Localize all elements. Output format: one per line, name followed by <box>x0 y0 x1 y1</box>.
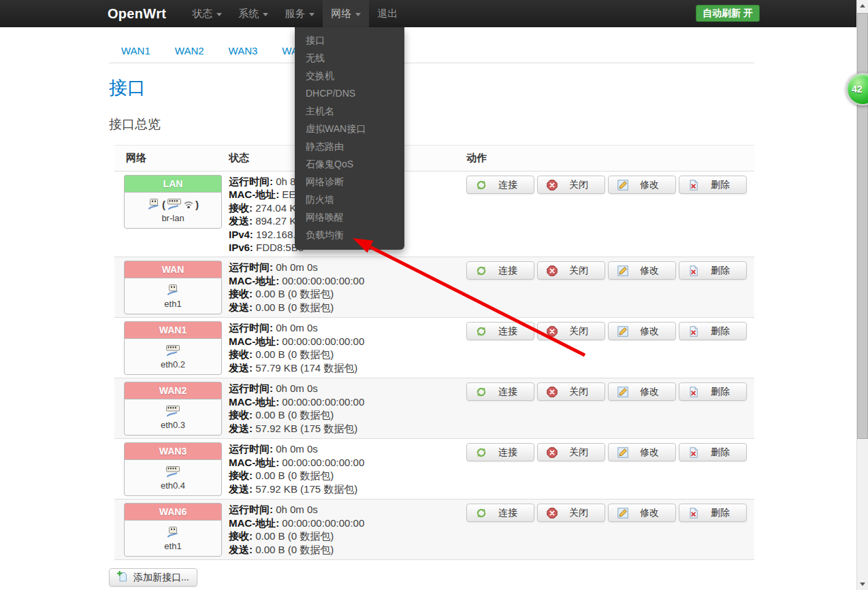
dropdown-item-virtual-wan[interactable]: 虚拟WAN接口 <box>295 120 404 137</box>
interface-device-label: eth1 <box>126 541 220 551</box>
nav-item-status[interactable]: 状态 <box>184 0 230 27</box>
status-line: 运行时间: 0h 0m 0s <box>229 442 462 455</box>
status-line: 运行时间: 0h 0m 0s <box>229 321 462 334</box>
interface-device-label: eth0.4 <box>126 480 220 491</box>
stop-icon <box>547 265 558 276</box>
connect-button[interactable]: 连接 <box>466 443 534 461</box>
dropdown-item-diagnostics[interactable]: 网络诊断 <box>295 173 404 191</box>
interface-card: WAN2 eth0.3 <box>124 382 222 436</box>
add-page-icon <box>117 571 128 584</box>
status-line: 发送: 0.00 B (0 数据包) <box>229 543 462 556</box>
interface-name-badge: WAN <box>124 261 222 278</box>
status-line: MAC-地址: 00:00:00:00:00:00 <box>229 335 462 348</box>
delete-icon <box>688 180 699 191</box>
delete-button[interactable]: 删除 <box>679 176 747 194</box>
interface-device-label: eth1 <box>126 299 220 309</box>
shutdown-button[interactable]: 关闭 <box>537 382 605 401</box>
column-header-actions: 动作 <box>462 152 754 165</box>
auto-refresh-toggle[interactable]: 自动刷新 开 <box>696 5 760 22</box>
edit-button[interactable]: 修改 <box>608 504 676 522</box>
dropdown-item-hostnames[interactable]: 主机名 <box>295 102 404 120</box>
status-line: 接收: 0.00 B (0 数据包) <box>229 348 462 361</box>
stop-icon <box>547 508 558 519</box>
interface-status: 运行时间: 0h 0m 0sMAC-地址: 00:00:00:00:00:00接… <box>229 321 462 375</box>
shutdown-button[interactable]: 关闭 <box>537 504 605 522</box>
interface-name-badge: WAN1 <box>124 321 222 338</box>
ethernet-port-icon <box>166 527 180 538</box>
dropdown-item-firewall[interactable]: 防火墙 <box>295 191 404 208</box>
edit-icon <box>617 508 628 519</box>
connect-button[interactable]: 连接 <box>466 504 534 522</box>
delete-button[interactable]: 删除 <box>679 261 747 280</box>
connect-button[interactable]: 连接 <box>466 382 534 401</box>
delete-button[interactable]: 删除 <box>679 382 747 401</box>
tab-wan1[interactable]: WAN1 <box>109 39 163 63</box>
table-row: WAN2 eth0.3 运行时间: 0h 0m 0sMAC-地址: 00:00:… <box>114 378 754 438</box>
nav-item-label: 退出 <box>377 7 398 19</box>
delete-button[interactable]: 删除 <box>679 504 747 522</box>
page-subtitle: 接口总览 <box>109 116 754 133</box>
interface-icons <box>126 282 220 297</box>
connect-button[interactable]: 连接 <box>466 176 534 194</box>
edit-button[interactable]: 修改 <box>608 443 676 461</box>
connect-button[interactable]: 连接 <box>466 261 534 280</box>
floating-counter-value: 42 <box>852 84 863 95</box>
interface-name: WAN3 <box>159 446 187 457</box>
dropdown-item-static-routes[interactable]: 静态路由 <box>295 137 404 155</box>
status-line: 发送: 0.00 B (0 数据包) <box>229 301 462 314</box>
shutdown-button[interactable]: 关闭 <box>537 443 605 461</box>
page-title: 接口 <box>109 76 754 100</box>
navbar-menu: 状态系统服务网络退出 <box>184 0 406 27</box>
dropdown-item-dhcp-dns[interactable]: DHCP/DNS <box>295 84 404 102</box>
scrollbar-up-arrow-icon[interactable] <box>860 4 865 7</box>
tab-wan3[interactable]: WAN3 <box>216 39 270 63</box>
edit-button[interactable]: 修改 <box>608 382 676 401</box>
dropdown-item-interfaces[interactable]: 接口 <box>295 31 404 49</box>
paren-text: ) <box>195 199 199 210</box>
interface-card: LAN () br-lan <box>124 175 222 229</box>
refresh-icon <box>476 508 487 519</box>
status-line: 运行时间: 0h 0m 0s <box>229 382 462 395</box>
dropdown-item-switch[interactable]: 交换机 <box>295 67 404 84</box>
interface-name-badge: WAN6 <box>124 503 222 520</box>
add-interface-button[interactable]: 添加新接口... <box>109 568 197 587</box>
edit-button[interactable]: 修改 <box>608 261 676 280</box>
table-row: LAN () br-lan 运行时间: 0h 8MAC-地址: EE:接收: 2… <box>114 171 754 257</box>
dropdown-item-wireless[interactable]: 无线 <box>295 49 404 67</box>
edit-button[interactable]: 修改 <box>608 176 676 194</box>
nav-item-system[interactable]: 系统 <box>230 0 276 27</box>
nav-item-services[interactable]: 服务 <box>276 0 323 27</box>
scrollbar-down-arrow-icon[interactable] <box>860 583 865 586</box>
stop-icon <box>547 387 558 397</box>
interface-name: WAN <box>162 264 184 275</box>
edit-icon <box>617 265 628 276</box>
dropdown-item-load-balancing[interactable]: 负载均衡 <box>295 226 404 244</box>
shutdown-button[interactable]: 关闭 <box>537 261 605 280</box>
tab-wan2[interactable]: WAN2 <box>163 39 216 63</box>
floating-counter-badge[interactable]: 42 <box>846 73 868 105</box>
dropdown-item-gargoyle-qos[interactable]: 石像鬼QoS <box>295 155 404 173</box>
nav-item-logout[interactable]: 退出 <box>369 0 406 27</box>
dropdown-item-wake-on-lan[interactable]: 网络唤醒 <box>295 208 404 226</box>
status-line: 接收: 0.00 B (0 数据包) <box>229 469 462 482</box>
ethernet-port-icon <box>147 199 161 210</box>
status-line: 接收: 0.00 B (0 数据包) <box>229 408 462 421</box>
delete-icon <box>688 387 699 397</box>
edit-icon <box>617 447 628 458</box>
delete-button[interactable]: 删除 <box>679 322 747 340</box>
interface-device-label: br-lan <box>126 213 220 223</box>
delete-icon <box>688 508 699 519</box>
table-row: WAN3 eth0.4 运行时间: 0h 0m 0sMAC-地址: 00:00:… <box>114 438 754 499</box>
interface-device-label: eth0.2 <box>126 359 220 370</box>
edit-button[interactable]: 修改 <box>608 322 676 340</box>
status-line: MAC-地址: 00:00:00:00:00:00 <box>229 517 462 529</box>
status-line: MAC-地址: 00:00:00:00:00:00 <box>229 395 462 408</box>
interface-icons <box>126 464 220 479</box>
shutdown-button[interactable]: 关闭 <box>537 322 605 340</box>
shutdown-button[interactable]: 关闭 <box>537 176 605 194</box>
interface-name: LAN <box>163 178 183 189</box>
delete-button[interactable]: 删除 <box>679 443 747 461</box>
connect-button[interactable]: 连接 <box>466 322 534 340</box>
network-dropdown-menu: 接口无线交换机DHCP/DNS主机名虚拟WAN接口静态路由石像鬼QoS网络诊断防… <box>295 27 404 250</box>
nav-item-network[interactable]: 网络 <box>323 0 369 27</box>
